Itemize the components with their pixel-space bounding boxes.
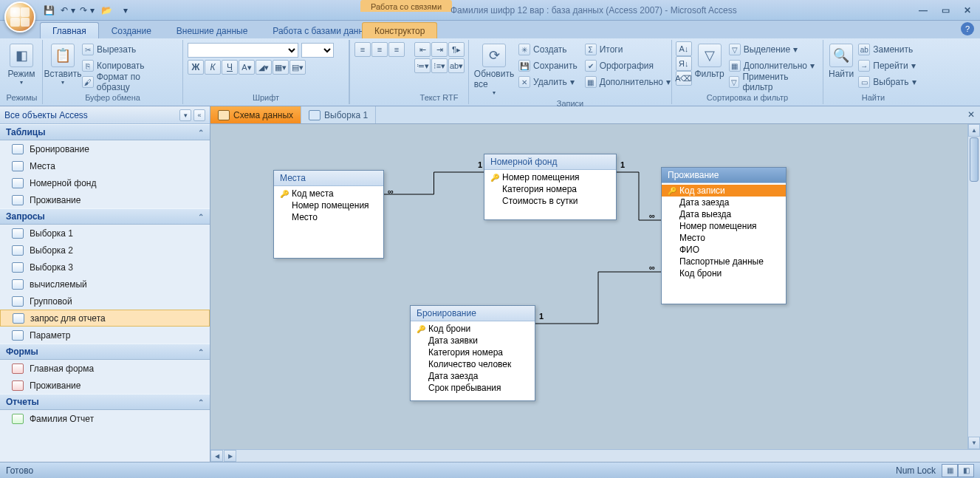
indent-dec-button[interactable]: ⇤: [414, 42, 431, 57]
nav-item[interactable]: Параметр: [0, 327, 210, 344]
nav-pane-header[interactable]: Все объекты Access ▾ «: [0, 106, 210, 124]
select-button[interactable]: ▭Выбрать ▾: [856, 74, 921, 90]
refresh-all-button[interactable]: ⟳ Обновить все▾: [472, 41, 516, 98]
align-left-button[interactable]: ≡: [354, 42, 371, 57]
tab-create[interactable]: Создание: [99, 22, 164, 38]
entity-box[interactable]: Проживание🔑Код записиДата заездаДата вые…: [661, 167, 787, 304]
undo-icon[interactable]: ↶ ▾: [61, 3, 75, 18]
gridlines-button[interactable]: ▦▾: [273, 60, 289, 75]
tab-constructor[interactable]: Конструктор: [362, 22, 437, 38]
entity-field[interactable]: Дата заезда: [411, 370, 535, 382]
entity-field[interactable]: Количество человек: [411, 358, 535, 370]
nav-item[interactable]: Бронирование: [0, 140, 210, 157]
vertical-scrollbar[interactable]: ▲ ▼: [967, 124, 980, 449]
more-records-button[interactable]: ▦Дополнительно ▾: [583, 74, 676, 90]
totals-button[interactable]: ΣИтоги: [583, 41, 676, 58]
nav-group-header[interactable]: Запросы⌃: [0, 208, 210, 225]
save-record-button[interactable]: 💾Сохранить: [516, 58, 583, 74]
entity-field[interactable]: Дата выезда: [662, 208, 786, 220]
spelling-button[interactable]: ✔Орфография: [583, 58, 676, 74]
alt-color-button[interactable]: ▤▾: [289, 60, 306, 75]
nav-item[interactable]: Главная форма: [0, 360, 210, 377]
open-icon[interactable]: 📂: [99, 3, 114, 18]
tab-home[interactable]: Главная: [40, 22, 99, 38]
nav-item[interactable]: Места: [0, 157, 210, 174]
entity-box[interactable]: Бронирование🔑Код брониДата заявкиКатегор…: [410, 305, 535, 401]
entity-box[interactable]: Места🔑Код местаНомер помещенияМесто: [273, 170, 384, 259]
selection-filter-button[interactable]: ▽Выделение ▾: [727, 41, 820, 58]
nav-item[interactable]: Проживание: [0, 377, 210, 394]
entity-field[interactable]: Место: [274, 211, 383, 223]
relationships-canvas[interactable]: Места🔑Код местаНомер помещенияМестоНомер…: [210, 124, 980, 462]
maximize-button[interactable]: ▭: [937, 4, 953, 17]
entity-field[interactable]: ФИО: [662, 244, 786, 256]
nav-item[interactable]: запрос для отчета: [0, 310, 210, 327]
bold-button[interactable]: Ж: [188, 60, 204, 75]
nav-item[interactable]: вычисляемый: [0, 276, 210, 293]
nav-group-header[interactable]: Формы⌃: [0, 344, 210, 360]
ltr-button[interactable]: ¶▸: [448, 42, 465, 57]
nav-group-header[interactable]: Таблицы⌃: [0, 124, 210, 140]
nav-item[interactable]: Выборка 2: [0, 242, 210, 259]
entity-box[interactable]: Номерной фонд🔑Номер помещенияКатегория н…: [484, 154, 617, 220]
filter-button[interactable]: ▽ Фильтр: [693, 41, 727, 81]
nav-item[interactable]: Проживание: [0, 191, 210, 208]
view-datasheet-button[interactable]: ▦: [942, 464, 958, 477]
entity-field[interactable]: 🔑Код записи: [662, 185, 786, 197]
entity-field[interactable]: Номер помещения: [662, 220, 786, 232]
delete-record-button[interactable]: ✕Удалить ▾: [516, 74, 583, 90]
entity-field[interactable]: Категория номера: [411, 346, 535, 358]
entity-header[interactable]: Места: [274, 171, 383, 186]
fill-color-button[interactable]: ◢▾: [256, 60, 272, 75]
indent-inc-button[interactable]: ⇥: [431, 42, 448, 57]
view-design-button[interactable]: ◧: [958, 464, 974, 477]
nav-item[interactable]: Выборка 1: [0, 225, 210, 242]
entity-field[interactable]: Стоимость в сутки: [484, 195, 616, 207]
entity-header[interactable]: Номерной фонд: [484, 154, 616, 170]
entity-field[interactable]: Номер помещения: [274, 199, 383, 211]
format-painter-button[interactable]: 🖌Формат по образцу: [80, 74, 179, 90]
doc-tab[interactable]: Выборка 1: [301, 106, 376, 123]
paste-button[interactable]: 📋 Вставить▾: [46, 41, 80, 88]
cut-button[interactable]: ✂Вырезать: [80, 41, 179, 58]
highlight-button[interactable]: ab▾: [448, 58, 465, 73]
entity-field[interactable]: 🔑Код места: [274, 188, 383, 199]
font-size-select[interactable]: [301, 43, 334, 58]
entity-field[interactable]: Категория номера: [484, 183, 616, 195]
nav-collapse-icon[interactable]: «: [193, 109, 205, 121]
view-button[interactable]: ◧ Режим▾: [4, 41, 38, 88]
underline-button[interactable]: Ч: [222, 60, 238, 75]
font-color-button[interactable]: A▾: [239, 60, 255, 75]
italic-button[interactable]: К: [205, 60, 221, 75]
goto-button[interactable]: →Перейти ▾: [856, 58, 921, 74]
entity-field[interactable]: 🔑Номер помещения: [484, 171, 616, 183]
bullets-button[interactable]: ≔▾: [414, 58, 431, 73]
nav-dropdown-icon[interactable]: ▾: [179, 109, 191, 121]
nav-group-header[interactable]: Отчеты⌃: [0, 394, 210, 410]
scroll-down-icon[interactable]: ▼: [968, 437, 980, 449]
entity-header[interactable]: Бронирование: [411, 306, 535, 321]
entity-field[interactable]: Место: [662, 232, 786, 244]
entity-field[interactable]: Дата заезда: [662, 197, 786, 208]
scroll-up-icon[interactable]: ▲: [968, 124, 980, 137]
horizontal-scrollbar[interactable]: ◀ ▶: [210, 449, 980, 462]
entity-field[interactable]: Дата заявки: [411, 335, 535, 346]
entity-field[interactable]: Срок пребывания: [411, 382, 535, 394]
entity-field[interactable]: Паспортные данные: [662, 256, 786, 267]
align-center-button[interactable]: ≡: [371, 42, 388, 57]
minimize-button[interactable]: —: [915, 4, 931, 17]
replace-button[interactable]: abЗаменить: [856, 41, 921, 58]
clear-sort-button[interactable]: A⌫: [676, 71, 692, 86]
entity-header[interactable]: Проживание: [662, 168, 786, 183]
entity-field[interactable]: 🔑Код брони: [411, 323, 535, 335]
close-doc-button[interactable]: ✕: [965, 109, 977, 121]
help-button[interactable]: ?: [961, 22, 974, 35]
doc-tab[interactable]: Схема данных: [210, 106, 301, 123]
font-name-select[interactable]: [188, 43, 298, 58]
scroll-right-icon[interactable]: ▶: [224, 450, 236, 462]
nav-item[interactable]: Номерной фонд: [0, 174, 210, 191]
scroll-left-icon[interactable]: ◀: [210, 450, 223, 462]
align-right-button[interactable]: ≡: [388, 42, 405, 57]
qat-customize-icon[interactable]: ▾: [118, 3, 133, 18]
sort-desc-button[interactable]: Я↓: [676, 56, 692, 71]
